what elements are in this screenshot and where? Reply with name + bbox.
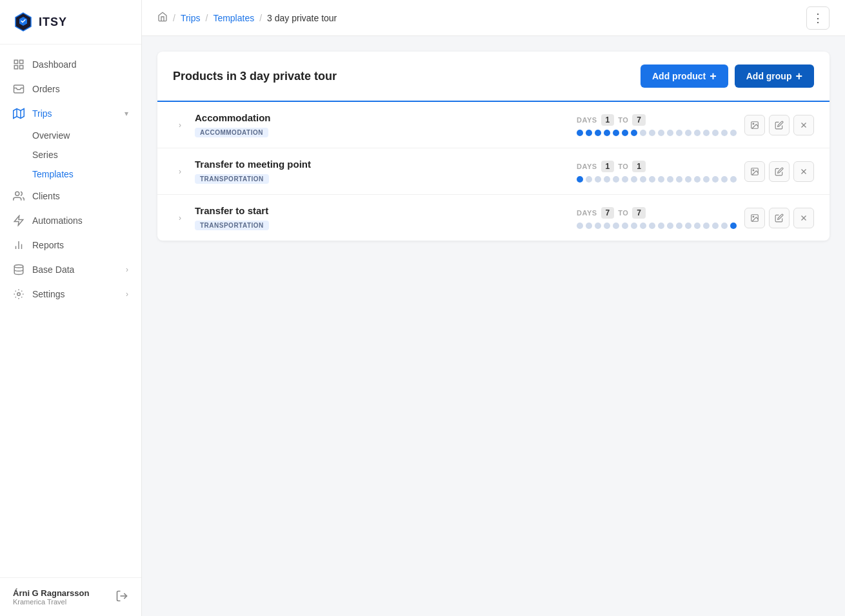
sidebar-item-clients[interactable]: Clients bbox=[0, 184, 141, 208]
image-icon bbox=[750, 167, 759, 176]
dot-empty bbox=[667, 176, 673, 183]
product-info: Accommodation ACCOMMODATION bbox=[195, 112, 569, 137]
svg-point-8 bbox=[15, 192, 19, 195]
sidebar-item-reports[interactable]: Reports bbox=[0, 233, 141, 257]
edit-button[interactable] bbox=[769, 161, 790, 182]
logo-icon bbox=[13, 12, 34, 32]
product-days-container: DAYS 1 TO 7 bbox=[577, 114, 737, 136]
svg-rect-2 bbox=[14, 66, 17, 69]
product-row-actions bbox=[744, 208, 814, 228]
map-icon bbox=[13, 108, 25, 119]
product-days-container: DAYS 7 TO 7 bbox=[577, 207, 737, 229]
logout-button[interactable] bbox=[115, 590, 128, 605]
dot-empty bbox=[712, 130, 719, 136]
main-area: / Trips / Templates / 3 day private tour… bbox=[142, 0, 845, 616]
dot-empty bbox=[595, 223, 601, 229]
dot-empty bbox=[721, 176, 728, 183]
expand-button[interactable]: › bbox=[173, 211, 187, 225]
dot-empty bbox=[676, 130, 682, 136]
delete-button[interactable] bbox=[793, 115, 814, 135]
dot-empty bbox=[685, 223, 691, 229]
dot-empty bbox=[703, 176, 710, 183]
dot-empty bbox=[604, 223, 610, 229]
product-info: Transfer to meeting point TRANSPORTATION bbox=[195, 159, 569, 184]
image-button[interactable] bbox=[744, 208, 765, 228]
sidebar-item-orders[interactable]: Orders bbox=[0, 77, 141, 101]
breadcrumb-templates[interactable]: Templates bbox=[213, 13, 254, 23]
sidebar-item-trips[interactable]: Trips ▾ bbox=[0, 101, 141, 126]
add-product-label: Add product bbox=[652, 71, 706, 81]
dots-row bbox=[577, 223, 737, 229]
content-area: Products in 3 day private tour Add produ… bbox=[142, 36, 845, 616]
add-product-button[interactable]: Add product + bbox=[641, 65, 728, 88]
sidebar-item-dashboard[interactable]: Dashboard bbox=[0, 52, 141, 77]
product-row: › Transfer to start TRANSPORTATION DAYS … bbox=[157, 195, 830, 241]
svg-rect-0 bbox=[14, 60, 17, 63]
product-row-actions bbox=[744, 161, 814, 182]
product-days: DAYS 7 TO 7 bbox=[577, 207, 737, 219]
dot-empty bbox=[640, 130, 646, 136]
sidebar-item-automations[interactable]: Automations bbox=[0, 208, 141, 233]
user-name: Árni G Ragnarsson bbox=[13, 588, 89, 598]
expand-button[interactable]: › bbox=[173, 164, 187, 179]
users-icon bbox=[13, 190, 25, 202]
dot-filled bbox=[586, 130, 592, 136]
dot-empty bbox=[712, 223, 719, 229]
breadcrumb-sep-2: / bbox=[205, 13, 208, 23]
add-product-plus-icon: + bbox=[710, 70, 717, 82]
svg-point-17 bbox=[753, 123, 754, 124]
products-card: Products in 3 day private tour Add produ… bbox=[157, 52, 830, 241]
product-name: Transfer to meeting point bbox=[195, 159, 569, 170]
dot-empty bbox=[703, 223, 710, 229]
dot-empty bbox=[631, 223, 637, 229]
delete-button[interactable] bbox=[793, 161, 814, 182]
breadcrumb-trips[interactable]: Trips bbox=[181, 13, 201, 23]
dot-filled bbox=[604, 130, 610, 136]
inbox-icon bbox=[13, 83, 25, 95]
edit-button[interactable] bbox=[769, 115, 790, 135]
dot-empty bbox=[640, 223, 646, 229]
delete-button[interactable] bbox=[793, 208, 814, 228]
dot-empty bbox=[622, 223, 628, 229]
breadcrumb-sep-3: / bbox=[259, 13, 262, 23]
svg-point-13 bbox=[14, 265, 23, 268]
days-label: DAYS bbox=[577, 163, 597, 170]
more-options-button[interactable]: ⋮ bbox=[806, 6, 830, 30]
database-icon bbox=[13, 264, 25, 275]
sidebar-item-dashboard-label: Dashboard bbox=[32, 59, 77, 70]
add-group-label: Add group bbox=[746, 71, 792, 81]
card-title: Products in 3 day private tour bbox=[173, 70, 337, 83]
sidebar-item-base-data[interactable]: Base Data › bbox=[0, 257, 141, 282]
sidebar-item-templates[interactable]: Templates bbox=[32, 164, 141, 184]
dot-empty bbox=[622, 176, 628, 183]
product-tag: TRANSPORTATION bbox=[195, 221, 269, 230]
sidebar-item-overview[interactable]: Overview bbox=[32, 126, 141, 145]
sidebar-item-series[interactable]: Series bbox=[32, 145, 141, 164]
to-label: TO bbox=[618, 209, 628, 217]
card-header: Products in 3 day private tour Add produ… bbox=[157, 52, 830, 102]
settings-icon bbox=[13, 288, 25, 300]
product-row-actions bbox=[744, 115, 814, 135]
sidebar-item-settings[interactable]: Settings › bbox=[0, 282, 141, 306]
home-icon[interactable] bbox=[157, 12, 168, 24]
grid-icon bbox=[13, 59, 25, 70]
dot-filled bbox=[595, 130, 601, 136]
svg-point-14 bbox=[17, 293, 21, 296]
logout-icon bbox=[115, 590, 128, 602]
image-icon bbox=[750, 121, 759, 130]
image-button[interactable] bbox=[744, 161, 765, 182]
dot-filled bbox=[631, 130, 637, 136]
product-days: DAYS 1 TO 7 bbox=[577, 114, 737, 126]
expand-button[interactable]: › bbox=[173, 118, 187, 132]
svg-point-25 bbox=[753, 216, 754, 217]
breadcrumb-current: 3 day private tour bbox=[267, 13, 337, 23]
add-group-button[interactable]: Add group + bbox=[735, 65, 814, 88]
dot-empty bbox=[667, 130, 673, 136]
edit-button[interactable] bbox=[769, 208, 790, 228]
zap-icon bbox=[13, 215, 25, 226]
image-icon bbox=[750, 214, 759, 223]
image-button[interactable] bbox=[744, 115, 765, 135]
days-to: 7 bbox=[632, 114, 646, 126]
dot-empty bbox=[595, 176, 601, 183]
svg-marker-5 bbox=[14, 109, 25, 119]
